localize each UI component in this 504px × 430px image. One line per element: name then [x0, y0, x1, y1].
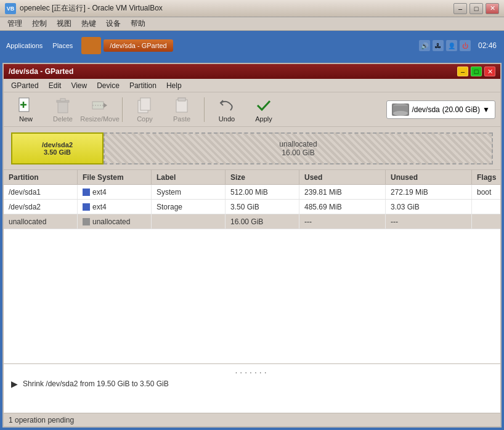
table-row[interactable]: /dev/sda1 ext4 System 512.00 MiB 239.81 …	[4, 185, 500, 200]
guest-applications-menu[interactable]: Applications	[2, 42, 46, 49]
new-label: New	[19, 115, 33, 123]
partition-table: Partition File System Label Size Used Un…	[4, 170, 500, 363]
new-button[interactable]: New	[9, 95, 43, 124]
paste-button[interactable]: Paste	[165, 95, 199, 124]
svg-rect-3	[58, 102, 68, 113]
guest-clock: 02:46	[473, 41, 502, 50]
guest-places-menu[interactable]: Places	[49, 42, 76, 49]
gparted-menu-gparted[interactable]: GParted	[6, 80, 44, 91]
power-icon: ⏻	[460, 40, 471, 51]
undo-button[interactable]: Undo	[209, 95, 244, 124]
vbox-menu-control[interactable]: 控制	[27, 17, 52, 30]
vbox-menu-hotkey[interactable]: 热键	[76, 17, 101, 30]
operation-arrow-icon: ▶	[11, 379, 18, 389]
cell-flags-2	[472, 200, 500, 214]
gparted-menu-view[interactable]: View	[66, 80, 92, 91]
delete-button[interactable]: Delete	[46, 95, 80, 124]
cell-size-3: 16.00 GiB	[226, 214, 299, 229]
gparted-menu-partition[interactable]: Partition	[124, 80, 161, 91]
cell-used-2: 485.69 MiB	[299, 200, 386, 214]
col-header-used: Used	[299, 170, 386, 184]
disk-selector[interactable]: /dev/sda (20.00 GiB) ▼	[386, 100, 495, 119]
vbox-maximize-button[interactable]: □	[469, 3, 483, 14]
cell-label-1: System	[152, 185, 226, 199]
status-text: 1 operation pending	[9, 416, 74, 424]
apply-label: Apply	[255, 115, 272, 123]
svg-rect-12	[176, 100, 187, 112]
status-bar: 1 operation pending	[4, 413, 500, 426]
cell-label-3	[152, 214, 226, 229]
cell-partition-2: /dev/sda2	[4, 200, 78, 214]
svg-rect-10	[140, 98, 150, 110]
cell-unused-2: 3.03 GiB	[386, 200, 472, 214]
col-header-label: Label	[152, 170, 226, 184]
vbox-menu-manage[interactable]: 管理	[2, 17, 27, 30]
cell-used-1: 239.81 MiB	[299, 185, 386, 199]
table-row[interactable]: unallocated unallocated 16.00 GiB --- --…	[4, 214, 500, 229]
table-row[interactable]: /dev/sda2 ext4 Storage 3.50 GiB 485.69 M…	[4, 200, 500, 214]
col-header-unused: Unused	[386, 170, 472, 184]
ext4-icon-1	[83, 189, 90, 196]
copy-button[interactable]: Copy	[128, 95, 162, 124]
col-header-size: Size	[226, 170, 299, 184]
gparted-titlebar: /dev/sda - GParted – □ ✕	[4, 64, 500, 79]
disk-name: /dev/sda	[412, 105, 439, 114]
vbox-menu-help[interactable]: 帮助	[126, 17, 150, 30]
vbox-icon: VB	[5, 3, 16, 14]
gparted-window-controls: – □ ✕	[457, 67, 495, 76]
svg-point-16	[393, 111, 408, 116]
gparted-menubar: GParted Edit View Device Partition Help	[4, 79, 500, 92]
cell-unused-1: 272.19 MiB	[386, 185, 472, 199]
col-header-flags: Flags	[472, 170, 500, 184]
svg-rect-13	[178, 98, 185, 101]
ext4-icon-2	[83, 203, 90, 211]
copy-label: Copy	[137, 115, 153, 123]
user-icon: 👤	[446, 40, 457, 51]
resize-icon	[91, 97, 108, 114]
cell-flags-1: boot	[472, 185, 500, 199]
disk-icon	[392, 103, 409, 116]
gparted-window: /dev/sda - GParted – □ ✕ GParted Edit Vi…	[2, 63, 502, 428]
cell-size-1: 512.00 MiB	[226, 185, 299, 199]
gparted-toolbar: New Delete	[4, 92, 500, 127]
undo-icon	[218, 97, 235, 114]
cell-fs-2: ext4	[78, 200, 152, 214]
cell-unused-3: ---	[386, 214, 472, 229]
gparted-menu-device[interactable]: Device	[92, 80, 124, 91]
gparted-close-button[interactable]: ✕	[484, 67, 495, 76]
virtualbox-window: VB openelec [正在运行] - Oracle VM VirtualBo…	[0, 0, 504, 430]
col-header-partition: Partition	[4, 170, 78, 184]
toolbar-separator-1	[122, 97, 123, 122]
vbox-menu-view[interactable]: 视图	[52, 17, 76, 30]
resize-label: Resize/Move	[80, 115, 120, 123]
partition-visual-sda2[interactable]: /dev/sda2 3.50 GiB	[11, 132, 104, 164]
cell-used-3: ---	[299, 214, 386, 229]
guest-tray: 🔊 🖧 👤 ⏻	[419, 40, 471, 51]
svg-rect-5	[60, 99, 65, 101]
vbox-title: openelec [正在运行] - Oracle VM VirtualBox	[20, 3, 453, 14]
gparted-menu-edit[interactable]: Edit	[44, 80, 67, 91]
partition-visual-unallocated[interactable]: unallocated 16.00 GiB	[104, 132, 493, 164]
cell-flags-3	[472, 214, 500, 229]
apply-button[interactable]: Apply	[246, 95, 281, 124]
undo-label: Undo	[219, 115, 235, 123]
vbox-close-button[interactable]: ✕	[486, 3, 499, 14]
vbox-titlebar: VB openelec [正在运行] - Oracle VM VirtualBo…	[0, 0, 504, 17]
operations-separator: .......	[4, 364, 500, 376]
operation-item: ▶ Shrink /dev/sda2 from 19.50 GiB to 3.5…	[4, 376, 500, 391]
cell-partition-1: /dev/sda1	[4, 185, 78, 199]
guest-taskbar: Applications Places /dev/sda - GParted 🔊…	[0, 31, 504, 60]
cell-partition-3: unallocated	[4, 214, 78, 229]
delete-label: Delete	[53, 115, 73, 123]
guest-active-window[interactable]: /dev/sda - GParted	[104, 39, 173, 52]
new-icon	[17, 97, 35, 114]
vbox-minimize-button[interactable]: –	[453, 3, 467, 14]
vbox-menubar: 管理 控制 视图 热键 设备 帮助	[0, 17, 504, 31]
gparted-menu-help[interactable]: Help	[161, 80, 187, 91]
vbox-menu-device[interactable]: 设备	[101, 17, 126, 30]
gparted-minimize-button[interactable]: –	[457, 67, 468, 76]
gparted-maximize-button[interactable]: □	[471, 67, 482, 76]
operations-area: ....... ▶ Shrink /dev/sda2 from 19.50 Gi…	[4, 363, 500, 413]
resize-button[interactable]: Resize/Move	[83, 95, 117, 124]
cell-fs-1: ext4	[78, 185, 152, 199]
